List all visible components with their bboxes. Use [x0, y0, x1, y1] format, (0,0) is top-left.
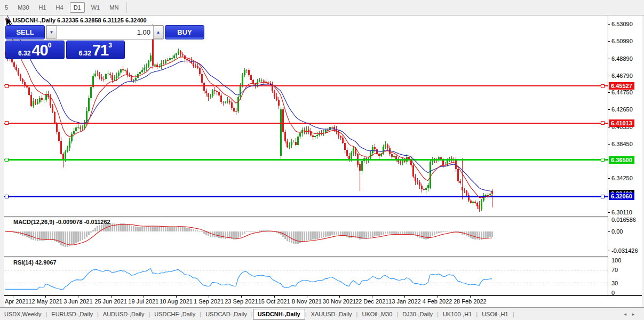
- date-axis-label: 30 Nov 2021: [323, 298, 356, 305]
- timeframe-button-h1[interactable]: H1: [36, 3, 50, 12]
- candle-body: [56, 123, 58, 132]
- candle-body: [116, 76, 117, 78]
- line-handle[interactable]: [5, 195, 8, 198]
- buy-price-display[interactable]: 6.32 71 3: [66, 41, 125, 59]
- candle-body: [280, 109, 282, 156]
- line-price-badge[interactable]: 6.36500: [609, 156, 634, 164]
- chart-tab-usdchf-[interactable]: USDCHF-,Daily: [150, 309, 200, 319]
- macd-histogram-bar: [71, 231, 73, 245]
- candle-body: [278, 100, 280, 106]
- macd-histogram-bar: [447, 231, 448, 232]
- macd-histogram-bar: [69, 231, 70, 246]
- candle-body: [39, 98, 41, 102]
- macd-tick: [608, 231, 610, 232]
- candle-body: [481, 201, 482, 209]
- macd-histogram-bar: [259, 230, 260, 231]
- date-axis[interactable]: 20 Apr 202112 May 20213 Jun 202125 Jun 2…: [4, 296, 608, 307]
- candle-body: [118, 73, 120, 76]
- volume-increase-button[interactable]: ▲: [153, 26, 163, 39]
- timeframe-button-d1[interactable]: D1: [70, 2, 85, 13]
- macd-histogram-bar: [406, 231, 408, 234]
- price-axis[interactable]: 6.530906.509906.488906.467906.447506.426…: [608, 15, 642, 295]
- macd-histogram-bar: [97, 226, 98, 231]
- date-tick: [111, 296, 112, 298]
- macd-histogram-bar: [176, 227, 177, 231]
- price-axis-label: 6.46790: [611, 73, 633, 79]
- volume-decrease-button[interactable]: ▼: [46, 26, 57, 39]
- macd-histogram-bar: [237, 231, 239, 238]
- candle-body: [178, 51, 179, 53]
- candle-body: [231, 102, 233, 108]
- date-tick: [339, 296, 340, 298]
- volume-input[interactable]: [57, 26, 153, 39]
- line-price-badge[interactable]: 6.41013: [609, 119, 634, 127]
- chart-tab-dj30-[interactable]: DJ30-,Daily: [398, 309, 437, 319]
- candle-body: [146, 67, 147, 67]
- candle-body: [203, 83, 205, 91]
- chart-tab-usdcad-[interactable]: USDCAD-,Daily: [201, 309, 251, 319]
- rsi-panel[interactable]: [4, 258, 608, 295]
- macd-histogram-bar: [342, 231, 344, 235]
- timeframe-button-5[interactable]: 5: [2, 3, 11, 12]
- line-handle[interactable]: [601, 158, 604, 162]
- sell-button[interactable]: SELL: [5, 25, 45, 39]
- chart-tab-audusd-[interactable]: AUDUSD-,Daily: [99, 309, 149, 319]
- chart-tab-uk100-[interactable]: UK100-,H1: [439, 309, 476, 319]
- price-tick: [608, 24, 610, 25]
- candle-body: [427, 185, 429, 188]
- macd-histogram-bar: [75, 231, 77, 243]
- macd-histogram-bar: [491, 231, 493, 237]
- macd-histogram-bar: [77, 231, 79, 242]
- macd-histogram-bar: [193, 229, 194, 231]
- price-axis-label: 6.42650: [611, 106, 633, 113]
- candle-body: [415, 177, 416, 181]
- chart-tab-xauusd-[interactable]: XAUUSD-,Daily: [307, 309, 356, 319]
- timeframe-button-m30[interactable]: M30: [14, 3, 32, 12]
- macd-histogram-bar: [210, 231, 211, 237]
- candle-body: [54, 112, 55, 123]
- candle-body: [133, 80, 134, 81]
- chart-tab-eurusd-[interactable]: EURUSD-,Daily: [47, 309, 97, 319]
- line-price-badge[interactable]: 6.32060: [609, 193, 634, 200]
- candle-body: [372, 147, 373, 153]
- macd-histogram-bar: [378, 231, 380, 236]
- tab-scroll-arrows[interactable]: ◂ ▸: [624, 311, 637, 317]
- chart-tab-usdcnh-[interactable]: USDCNH-,Daily: [253, 309, 305, 319]
- buy-price-prefix: 6.32: [79, 50, 91, 57]
- macd-histogram-bar: [203, 231, 205, 234]
- chart-tab-usdx[interactable]: USDX,Weekly: [0, 309, 45, 319]
- macd-histogram-bar: [94, 228, 96, 231]
- date-tick: [45, 296, 46, 298]
- macd-histogram-bar: [103, 224, 105, 231]
- tab-separator: |: [513, 311, 514, 317]
- macd-histogram-bar: [50, 231, 51, 239]
- macd-histogram-bar: [180, 227, 181, 231]
- line-handle[interactable]: [601, 195, 604, 198]
- macd-histogram-bar: [325, 231, 327, 237]
- macd-histogram-bar: [148, 226, 149, 231]
- buy-button[interactable]: BUY: [165, 25, 204, 39]
- line-handle[interactable]: [5, 84, 8, 87]
- macd-histogram-bar: [438, 231, 440, 233]
- macd-histogram-bar: [131, 226, 132, 231]
- candle-body: [274, 91, 275, 96]
- macd-histogram-bar: [312, 231, 314, 239]
- candle-body: [287, 141, 288, 147]
- macd-histogram-bar: [451, 231, 452, 231]
- macd-histogram-bar: [321, 231, 322, 238]
- timeframe-button-w1[interactable]: W1: [88, 3, 104, 12]
- sell-price-display[interactable]: 6.32 40 0: [5, 41, 65, 59]
- macd-histogram-bar: [436, 231, 438, 234]
- chart-tab-usoil-[interactable]: USOil-,H1: [478, 309, 513, 319]
- date-axis-label: 28 Feb 2022: [454, 298, 487, 305]
- line-handle[interactable]: [601, 84, 604, 87]
- timeframe-button-mn[interactable]: MN: [106, 3, 122, 12]
- line-price-badge[interactable]: 6.45527: [609, 82, 634, 90]
- line-handle[interactable]: [601, 122, 604, 125]
- line-handle[interactable]: [5, 158, 8, 162]
- macd-histogram-bar: [201, 231, 203, 232]
- line-handle[interactable]: [5, 122, 8, 125]
- timeframe-button-h4[interactable]: H4: [53, 3, 67, 12]
- candle-body: [18, 70, 19, 75]
- chart-tab-ukoil-[interactable]: UKOil-,M30: [357, 309, 396, 319]
